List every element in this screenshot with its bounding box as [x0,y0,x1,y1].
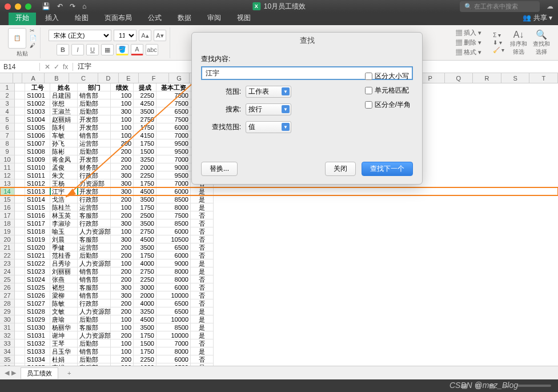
col-header[interactable] [13,73,22,83]
cancel-icon[interactable]: ✕ [45,63,50,71]
sheet-prev-icon[interactable]: ◀ [5,369,9,377]
match-case-checkbox[interactable]: 区分大小写 [365,71,411,81]
col-header[interactable]: A [22,73,45,83]
tab-home[interactable]: 开始 [9,11,36,25]
cut-icon[interactable]: ✂ [30,27,37,34]
decrease-font-icon[interactable]: A▾ [154,30,166,41]
find-select-button[interactable]: 🔍 查找和 选择 [533,29,550,56]
phonetic-button[interactable]: abc [146,44,158,55]
fill-color-button[interactable]: 🪣 [116,44,129,55]
delete-cells-button[interactable]: ▦ 删除 ▾ [456,38,481,47]
font-color-button[interactable]: A [131,44,143,55]
lookin-select[interactable]: 值▼ [246,121,291,133]
col-header[interactable]: G [169,73,189,83]
find-content-label: 查找内容: [201,54,413,64]
autosum-icon[interactable]: Σ ▾ [493,32,504,38]
col-header[interactable]: C [69,73,98,83]
clipboard-group: 📋 ✂ 📄 🖌 粘贴 [5,27,41,58]
table-row[interactable]: 23 S1022 吕秀珍 人力资源部 100 4000 9000 是 [0,259,558,267]
match-width-checkbox[interactable]: 区分全/半角 [365,100,411,110]
editing-group: Σ ▾ ⬇ ▾ 🧹 ▾ A↓ 排序和 筛选 🔍 查找和 选择 [489,27,553,58]
fill-icon[interactable]: ⬇ ▾ [493,39,504,46]
bold-button[interactable]: B [57,44,69,55]
cloud-icon[interactable]: ☁ [547,2,553,10]
tab-view[interactable]: 视图 [230,11,258,25]
sort-filter-button[interactable]: A↓ 排序和 筛选 [510,30,527,56]
home-icon[interactable]: ⌂ [82,2,86,10]
increase-font-icon[interactable]: A▴ [139,30,151,41]
table-row[interactable]: 35 S1034 杜娟 后勤部 200 2250 6000 否 [0,355,558,363]
tab-data[interactable]: 数据 [171,11,198,25]
maximize-window-icon[interactable] [25,3,31,10]
table-row[interactable]: 31 S1030 杨丽华 客服部 100 3500 8500 是 [0,323,558,331]
insert-cells-button[interactable]: ▦ 插入 ▾ [456,29,481,37]
close-button[interactable]: 关闭 [325,162,356,176]
accept-icon[interactable]: ✓ [54,63,59,71]
col-header[interactable]: R [473,73,501,83]
table-row[interactable]: 25 S1024 张燕 销售部 200 2250 8000 否 [0,275,558,283]
border-button[interactable]: ▦ [101,44,114,55]
font-group: 宋体 (正文) 11 A▴ A▾ B I U ▦ 🪣 A abc [45,27,170,58]
table-row[interactable]: 28 S1027 陈敏 行政部 200 4000 6500 否 [0,299,558,307]
tab-insert[interactable]: 插入 [38,11,66,25]
titlebar-search[interactable]: 🔍 在工作表中搜索 [460,1,540,12]
clear-icon[interactable]: 🧹 ▾ [493,47,504,53]
minimize-window-icon[interactable] [15,3,21,10]
undo-icon[interactable]: ↶ [57,2,63,10]
match-cell-checkbox[interactable]: 单元格匹配 [365,86,411,95]
table-row[interactable]: 18 S1017 李淑珍 行政部 300 3500 8500 否 [0,219,558,227]
table-row[interactable]: 19 S1018 喻玉 人力资源部 100 2750 6000 否 [0,227,558,235]
redo-icon[interactable]: ↷ [70,2,75,10]
table-row[interactable]: 33 S1032 王琴 后勤部 100 1500 7000 否 [0,339,558,347]
find-next-button[interactable]: 查找下一个 [362,162,413,176]
col-header[interactable]: F [139,73,169,83]
font-name-select[interactable]: 宋体 (正文) [49,30,111,41]
table-row[interactable]: 16 S1015 陈桂兰 运营部 100 1750 8000 是 [0,203,558,211]
table-row[interactable]: 29 S1028 文敏 人力资源部 200 3250 6500 是 [0,307,558,315]
close-window-icon[interactable] [5,3,11,10]
table-row[interactable]: 15 S1014 戈浩 行政部 200 3500 8500 是 [0,195,558,203]
select-all-corner[interactable] [0,73,13,83]
zoom-slider[interactable] [517,385,551,387]
col-header[interactable]: E [119,73,139,83]
col-header[interactable]: Q [445,73,473,83]
fx-icon[interactable]: fx [63,63,68,71]
table-row[interactable]: 30 S1029 唐瑜 后勤部 100 4500 10000 是 [0,315,558,323]
col-header[interactable]: S [501,73,530,83]
formula-input[interactable]: 江宇 [73,62,96,71]
copy-icon[interactable]: 📄 [30,35,37,41]
scope-select[interactable]: 工作表▼ [246,86,291,98]
format-painter-icon[interactable]: 🖌 [30,42,37,49]
tab-draw[interactable]: 绘图 [68,11,95,25]
replace-button[interactable]: 替换... [201,162,238,176]
col-header[interactable]: B [45,73,69,83]
table-row[interactable]: 24 S1023 刘丽丽 销售部 200 2750 8000 是 [0,267,558,275]
col-header[interactable]: T [529,73,558,83]
table-row[interactable]: 14 S1013 江宇 开发部 300 4500 6000 是 [0,187,558,195]
table-row[interactable]: 26 S1025 褚想 客服部 300 3000 6000 否 [0,283,558,291]
save-icon[interactable]: 💾 [42,2,50,10]
tab-layout[interactable]: 页面布局 [98,11,139,25]
search-select[interactable]: 按行▼ [246,103,291,115]
col-header[interactable]: D [98,73,118,83]
table-row[interactable]: 17 S1016 林玉英 客服部 200 2500 7500 否 [0,211,558,219]
name-box[interactable]: B14 [0,63,40,71]
table-row[interactable]: 34 S1033 吕玉华 销售部 100 1750 8000 是 [0,347,558,355]
italic-button[interactable]: I [71,44,84,55]
sheet-tab[interactable]: 员工绩效 [21,367,58,379]
table-row[interactable]: 22 S1021 范桂香 后勤部 200 1750 6000 否 [0,251,558,259]
font-size-select[interactable]: 11 [114,30,137,41]
tab-formulas[interactable]: 公式 [141,11,168,25]
table-row[interactable]: 27 S1026 梁柳 销售部 300 2000 10000 否 [0,291,558,299]
table-row[interactable]: 20 S1019 刘晨 客服部 300 4500 10500 否 [0,235,558,243]
add-sheet-button[interactable]: + [63,369,75,378]
scope-label: 范围: [201,87,241,97]
tab-review[interactable]: 审阅 [200,11,228,25]
table-row[interactable]: 32 S1031 谢坤 人力资源部 200 1750 10000 是 [0,331,558,339]
sheet-next-icon[interactable]: ▶ [11,369,16,377]
format-cells-button[interactable]: ▦ 格式 ▾ [456,48,481,57]
share-button[interactable]: 👥 共享 ▾ [517,11,558,25]
paste-button[interactable]: 📋 [8,28,26,49]
underline-button[interactable]: U [86,44,99,55]
table-row[interactable]: 21 S1020 季健 运营部 200 3500 6500 否 [0,243,558,251]
